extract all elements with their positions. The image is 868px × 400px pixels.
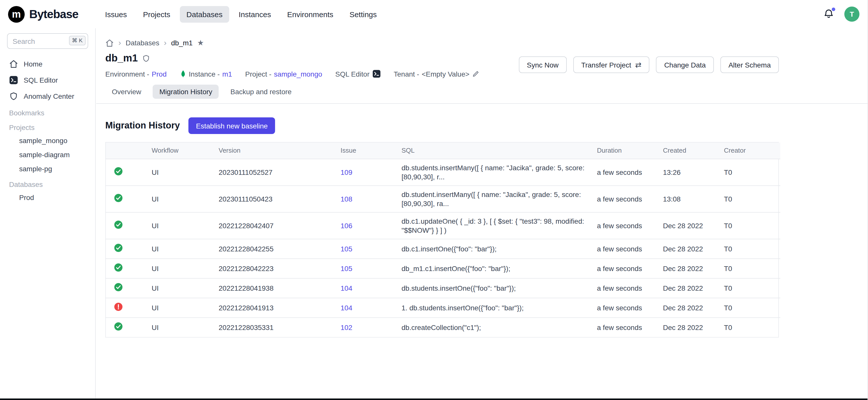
sidebar-item-sql-editor[interactable]: SQL Editor xyxy=(7,72,88,88)
created-cell: 13:08 xyxy=(657,186,718,212)
table-row[interactable]: UI 20230111052527 109 db.students.insert… xyxy=(106,159,780,186)
nav-instances[interactable]: Instances xyxy=(232,6,278,23)
alter-schema-label: Alter Schema xyxy=(728,61,771,69)
nav-environments[interactable]: Environments xyxy=(281,6,340,23)
col-creator: Creator xyxy=(718,143,780,159)
duration-cell: a few seconds xyxy=(591,186,657,212)
nav-right: T xyxy=(823,6,860,22)
issue-link[interactable]: 104 xyxy=(341,284,352,292)
mongodb-leaf-icon xyxy=(180,70,186,78)
sql-cell: db.students.insertOne({"foo": "bar"}); xyxy=(396,278,591,298)
sidebar-project-sample-pg[interactable]: sample-pg xyxy=(7,162,88,176)
tab-backup-and-restore[interactable]: Backup and restore xyxy=(224,85,298,99)
avatar[interactable]: T xyxy=(844,6,860,22)
version-cell: 20221228042223 xyxy=(213,259,335,278)
col-status xyxy=(106,143,146,159)
instance-meta: Instance - m1 xyxy=(180,70,232,78)
created-cell: Dec 28 2022 xyxy=(657,318,718,337)
sql-editor-meta: SQL Editor xyxy=(335,69,381,78)
issue-link[interactable]: 105 xyxy=(341,265,352,273)
duration-cell: a few seconds xyxy=(591,212,657,239)
tab-bar: Overview Migration History Backup and re… xyxy=(96,85,868,104)
creator-cell: T0 xyxy=(718,298,780,318)
success-status-icon xyxy=(114,322,123,331)
notification-dot xyxy=(832,7,835,11)
environment-link[interactable]: Prod xyxy=(152,70,166,78)
transfer-project-button[interactable]: Transfer Project ⇄ xyxy=(573,56,650,73)
duration-cell: a few seconds xyxy=(591,278,657,298)
brand-name: Bytebase xyxy=(29,7,78,21)
search-shortcut-badge: ⌘ K xyxy=(69,36,86,45)
nav-projects[interactable]: Projects xyxy=(136,6,177,23)
created-cell: Dec 28 2022 xyxy=(657,212,718,239)
col-created: Created xyxy=(657,143,718,159)
creator-cell: T0 xyxy=(718,159,780,186)
success-status-icon xyxy=(114,263,123,272)
issue-link[interactable]: 105 xyxy=(341,245,352,253)
issue-link[interactable]: 102 xyxy=(341,324,352,332)
database-meta-row: Environment - Prod Instance - m1 Project… xyxy=(105,69,479,78)
table-row[interactable]: UI 20221228035331 102 db.createCollectio… xyxy=(106,318,780,337)
sidebar-section-bookmarks: Bookmarks xyxy=(7,104,88,119)
duration-cell: a few seconds xyxy=(591,239,657,259)
nav-databases[interactable]: Databases xyxy=(180,6,229,23)
sidebar-project-sample-mongo[interactable]: sample_mongo xyxy=(7,133,88,148)
workflow-cell: UI xyxy=(146,318,213,337)
page-header: db_m1 Environment - Prod Instance - xyxy=(96,48,868,78)
table-row[interactable]: UI 20221228042407 106 db.c1.updateOne( {… xyxy=(106,212,780,239)
table-row[interactable]: UI 20221228041913 104 1. db.students.ins… xyxy=(106,298,780,318)
breadcrumb-home-icon[interactable] xyxy=(105,38,114,47)
project-link[interactable]: sample_mongo xyxy=(274,70,322,78)
sql-cell: 1. db.students.insertOne({"foo": "bar"})… xyxy=(396,298,591,318)
alter-schema-button[interactable]: Alter Schema xyxy=(720,56,779,73)
sidebar-item-home[interactable]: Home xyxy=(7,56,88,72)
breadcrumb-current: db_m1 xyxy=(171,39,193,47)
workflow-cell: UI xyxy=(146,159,213,186)
transfer-project-label: Transfer Project xyxy=(581,61,631,69)
change-data-button[interactable]: Change Data xyxy=(656,56,714,73)
table-row[interactable]: UI 20221228042255 105 db.c1.insertOne({"… xyxy=(106,239,780,259)
table-row[interactable]: UI 20221228042223 105 db_m1.c1.insertOne… xyxy=(106,259,780,278)
migration-history-header: Migration History Establish new baseline xyxy=(105,117,779,134)
issue-link[interactable]: 108 xyxy=(341,195,352,203)
workflow-cell: UI xyxy=(146,298,213,318)
home-icon xyxy=(9,59,18,68)
tenant-edit-pencil-icon[interactable] xyxy=(472,70,479,78)
sql-editor-open-icon[interactable] xyxy=(372,69,381,78)
success-status-icon xyxy=(114,167,123,176)
nav-settings[interactable]: Settings xyxy=(343,6,383,23)
table-row[interactable]: UI 20221228041938 104 db.students.insert… xyxy=(106,278,780,298)
creator-cell: T0 xyxy=(718,259,780,278)
notifications-button[interactable] xyxy=(823,8,834,20)
bytebase-logo[interactable]: m Bytebase xyxy=(8,6,78,23)
issue-link[interactable]: 104 xyxy=(341,304,352,312)
app-window: m Bytebase Issues Projects Databases Ins… xyxy=(0,0,868,400)
breadcrumb-separator: › xyxy=(164,39,167,47)
instance-link[interactable]: m1 xyxy=(222,70,232,78)
breadcrumb-databases[interactable]: Databases xyxy=(126,39,159,47)
sidebar-project-sample-diagram[interactable]: sample-diagram xyxy=(7,148,88,162)
tab-overview[interactable]: Overview xyxy=(105,85,148,99)
issue-link[interactable]: 109 xyxy=(341,168,352,176)
creator-cell: T0 xyxy=(718,212,780,239)
workflow-cell: UI xyxy=(146,278,213,298)
version-cell: 20230111050423 xyxy=(213,186,335,212)
establish-baseline-button[interactable]: Establish new baseline xyxy=(188,117,275,134)
sync-now-button[interactable]: Sync Now xyxy=(519,56,567,73)
tab-migration-history[interactable]: Migration History xyxy=(153,85,219,99)
creator-cell: T0 xyxy=(718,278,780,298)
workflow-cell: UI xyxy=(146,239,213,259)
bookmark-star-icon[interactable]: ★ xyxy=(197,38,204,48)
workflow-cell: UI xyxy=(146,259,213,278)
sidebar-database-prod[interactable]: Prod xyxy=(7,190,88,205)
table-row[interactable]: UI 20230111050423 108 db.student.insertM… xyxy=(106,186,780,212)
created-cell: 13:26 xyxy=(657,159,718,186)
nav-issues[interactable]: Issues xyxy=(98,6,133,23)
environment-label: Environment - xyxy=(105,70,149,78)
sidebar-item-anomaly-center[interactable]: Anomaly Center xyxy=(7,88,88,104)
issue-link[interactable]: 106 xyxy=(341,222,352,230)
sql-cell: db.createCollection("c1"); xyxy=(396,318,591,337)
project-label: Project - xyxy=(245,70,271,78)
version-cell: 20221228041938 xyxy=(213,278,335,298)
success-status-icon xyxy=(114,220,123,229)
